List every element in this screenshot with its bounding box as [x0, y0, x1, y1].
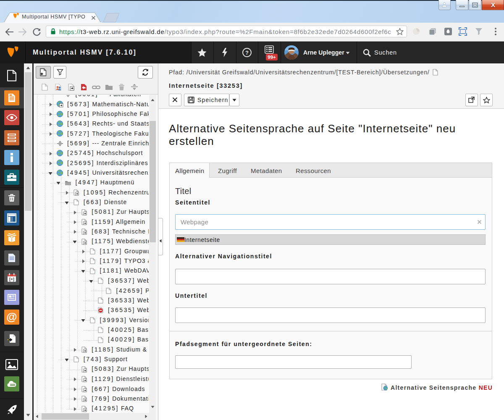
- svg-text:?: ?: [245, 50, 249, 56]
- svg-text:[+]: [+]: [9, 277, 14, 281]
